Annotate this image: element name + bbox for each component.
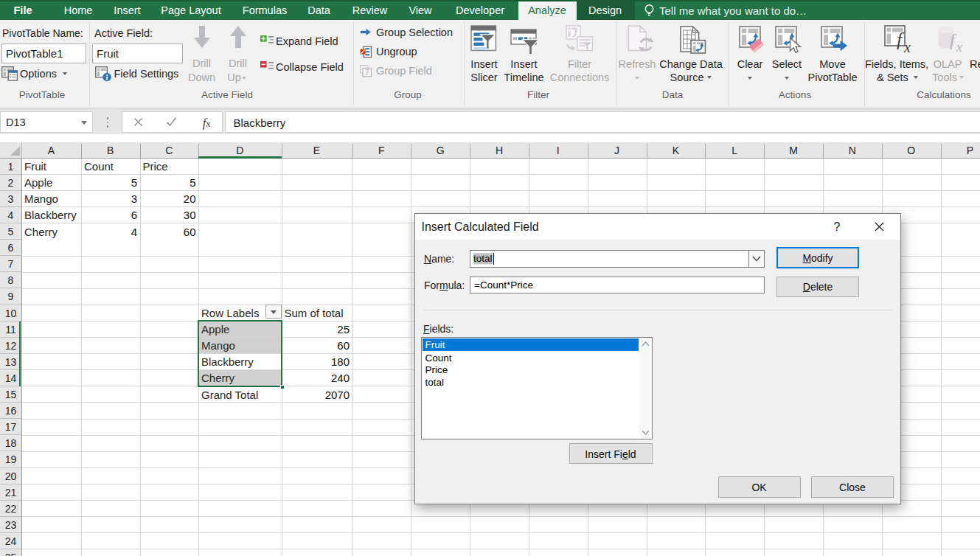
- svg-text:x: x: [903, 39, 911, 55]
- svg-text:7: 7: [365, 69, 369, 77]
- svg-text:x: x: [956, 40, 962, 55]
